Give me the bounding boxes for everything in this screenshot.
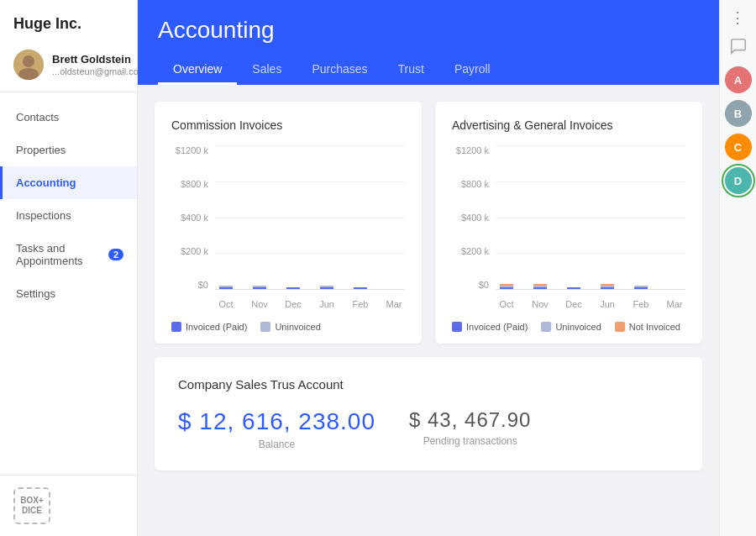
paid-bar <box>253 287 267 289</box>
paid-bar <box>354 287 368 289</box>
adv-legend-paid-dot <box>452 322 462 332</box>
right-panel: ⋮ A B C D <box>719 0 756 536</box>
x-label: Feb <box>630 299 652 309</box>
sidebar-item-properties[interactable]: Properties <box>0 134 137 166</box>
paid-bar <box>533 287 548 289</box>
panel-avatar-4[interactable]: D <box>725 167 752 194</box>
commission-chart-title: Commission Invoices <box>171 118 405 132</box>
x-label: Jun <box>596 299 618 309</box>
commission-bar-group <box>282 287 304 289</box>
more-options-icon[interactable]: ⋮ <box>730 8 746 27</box>
y-label-1200: $1200 k <box>176 145 208 155</box>
x-label: Feb <box>349 299 371 309</box>
adv-legend-not-invoiced-dot <box>615 322 625 332</box>
balance-amount: $ 12, 616, 238.00 <box>178 408 375 435</box>
tasks-badge: 2 <box>108 249 123 260</box>
commission-legend: Invoiced (Paid) Uninvoiced <box>171 322 405 332</box>
commission-bars <box>215 145 405 290</box>
ay-label-200: $200 k <box>461 246 489 256</box>
advertising-bar-group <box>630 286 652 289</box>
sidebar-item-accounting[interactable]: Accounting <box>0 166 137 199</box>
tab-payroll[interactable]: Payroll <box>439 55 506 85</box>
user-profile: Brett Goldstein ...oldsteun@gmail.com <box>0 43 137 92</box>
paid-bar <box>219 287 234 289</box>
sidebar-nav: Contacts Properties Accounting Inspectio… <box>0 92 137 475</box>
main-content: Accounting Overview Sales Purchases Trus… <box>138 0 719 536</box>
box-dice-logo: BOX+ DICE <box>13 487 50 524</box>
paid-bar <box>567 287 581 289</box>
trust-title: Company Sales Trus Account <box>178 377 679 391</box>
pending-figure: $ 43, 467.90 Pending transactions <box>409 408 531 450</box>
ay-label-800: $800 k <box>461 179 489 189</box>
commission-y-axis: $1200 k $800 k $400 k $200 k $0 <box>171 145 215 290</box>
tab-overview[interactable]: Overview <box>158 55 237 85</box>
x-label: Jun <box>316 299 338 309</box>
ay-label-1200: $1200 k <box>456 145 489 155</box>
panel-avatar-2[interactable]: B <box>725 100 752 127</box>
commission-bar-group <box>349 287 371 289</box>
ay-label-400: $400 k <box>461 213 489 223</box>
sidebar-footer: BOX+ DICE <box>0 475 137 536</box>
advertising-bar-group <box>596 284 618 289</box>
legend-paid: Invoiced (Paid) <box>171 322 247 332</box>
x-label: Oct <box>215 299 237 309</box>
commission-x-labels: OctNovDecJunFebMar <box>215 295 405 313</box>
legend-paid-dot <box>171 322 181 332</box>
sidebar: Huge Inc. Brett Goldstein ...oldsteun@gm… <box>0 0 138 536</box>
commission-bar-group <box>316 286 338 289</box>
advertising-legend: Invoiced (Paid) Uninvoiced Not Invoiced <box>452 322 685 332</box>
advertising-bars <box>496 145 685 290</box>
tab-sales[interactable]: Sales <box>237 55 297 85</box>
adv-legend-not-invoiced: Not Invoiced <box>615 322 680 332</box>
x-label: Nov <box>249 299 270 309</box>
svg-point-1 <box>23 55 34 67</box>
pending-label: Pending transactions <box>409 435 531 447</box>
sidebar-item-tasks[interactable]: Tasks and Appointments 2 <box>0 232 137 277</box>
sidebar-item-contacts[interactable]: Contacts <box>0 101 137 134</box>
panel-avatar-3[interactable]: C <box>725 134 752 160</box>
tab-trust[interactable]: Trust <box>383 55 439 85</box>
paid-bar <box>286 287 301 289</box>
content-area: Commission Invoices $1200 k $800 k $400 … <box>138 85 719 536</box>
tab-purchases[interactable]: Purchases <box>297 55 382 85</box>
paid-bar <box>634 287 648 289</box>
balance-figure: $ 12, 616, 238.00 Balance <box>178 408 375 450</box>
paid-bar <box>500 287 514 289</box>
y-label-200: $200 k <box>181 246 208 256</box>
user-email: ...oldsteun@gmail.com <box>52 66 146 76</box>
advertising-x-labels: OctNovDecJunFebMar <box>496 295 685 313</box>
legend-uninvoiced: Uninvoiced <box>260 322 320 332</box>
paid-bar <box>601 287 615 289</box>
x-label: Dec <box>563 299 585 309</box>
page-title: Accounting <box>158 17 699 44</box>
legend-uninvoiced-dot <box>260 322 270 332</box>
x-label: Oct <box>496 299 517 309</box>
sidebar-item-settings[interactable]: Settings <box>0 277 137 310</box>
user-name: Brett Goldstein <box>52 53 146 66</box>
balance-label: Balance <box>178 439 375 450</box>
y-label-800: $800 k <box>181 179 208 189</box>
trust-account-card: Company Sales Trus Account $ 12, 616, 23… <box>155 357 702 470</box>
adv-legend-paid: Invoiced (Paid) <box>452 322 528 332</box>
top-bar: Accounting Overview Sales Purchases Trus… <box>138 0 719 85</box>
x-label: Nov <box>529 299 551 309</box>
advertising-y-axis: $1200 k $800 k $400 k $200 k $0 <box>452 145 496 290</box>
advertising-chart-title: Advertising & General Invoices <box>452 118 685 132</box>
y-label-400: $400 k <box>181 213 208 223</box>
commission-bar-group <box>215 286 237 289</box>
trust-figures: $ 12, 616, 238.00 Balance $ 43, 467.90 P… <box>178 408 679 450</box>
advertising-chart-card: Advertising & General Invoices $1200 k $… <box>435 102 702 344</box>
paid-bar <box>320 287 334 289</box>
advertising-bar-group <box>563 287 585 289</box>
panel-avatar-1[interactable]: A <box>725 66 752 93</box>
chat-icon[interactable] <box>729 37 748 60</box>
adv-legend-uninvoiced: Uninvoiced <box>541 322 601 332</box>
sidebar-item-inspections[interactable]: Inspections <box>0 199 137 232</box>
tabs: Overview Sales Purchases Trust Payroll <box>158 55 699 85</box>
pending-amount: $ 43, 467.90 <box>409 408 531 432</box>
ay-label-0: $0 <box>479 280 489 290</box>
x-label: Mar <box>383 299 405 309</box>
commission-chart-card: Commission Invoices $1200 k $800 k $400 … <box>155 102 422 344</box>
adv-legend-uninvoiced-dot <box>541 322 551 332</box>
advertising-bar-group <box>529 284 551 289</box>
